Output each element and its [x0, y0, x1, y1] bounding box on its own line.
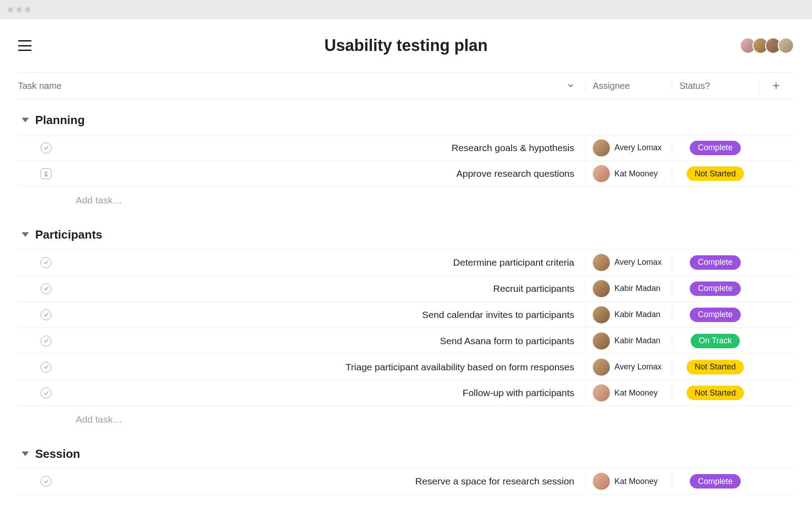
check-circle-icon[interactable]	[41, 362, 51, 373]
status-badge: Complete	[690, 281, 741, 296]
task-row[interactable]: Approve research questionsKat MooneyNot …	[18, 161, 794, 187]
task-title: Approve research questions	[457, 168, 575, 179]
add-task-button[interactable]: Add task…	[18, 406, 794, 433]
task-cell-status[interactable]: Complete	[672, 281, 758, 296]
task-cell-name[interactable]: Send calendar invites to participants	[18, 309, 585, 320]
hamburger-menu-icon[interactable]	[18, 40, 32, 51]
task-cell-name[interactable]: Follow-up with participants	[18, 387, 585, 398]
disclosure-triangle-icon[interactable]	[22, 118, 29, 122]
task-cell-assignee[interactable]: Kat Mooney	[585, 165, 672, 182]
topbar: Usability testing plan	[0, 19, 812, 72]
svg-point-0	[45, 171, 47, 173]
check-circle-icon[interactable]	[41, 387, 51, 398]
disclosure-triangle-icon[interactable]	[22, 232, 29, 237]
task-cell-name[interactable]: Research goals & hypothesis	[18, 143, 585, 153]
section-header[interactable]: Planning	[18, 99, 794, 134]
column-header-status-label: Status?	[679, 81, 710, 91]
task-row[interactable]: Send calendar invites to participantsKab…	[18, 301, 794, 327]
collaborator-avatars[interactable]	[743, 37, 794, 54]
assignee-name: Kabir Madan	[614, 336, 660, 346]
task-cell-assignee[interactable]: Avery Lomax	[585, 139, 672, 157]
task-cell-name[interactable]: Reserve a space for research session	[18, 476, 585, 487]
column-header-assignee[interactable]: Assignee	[585, 81, 672, 91]
disclosure-triangle-icon[interactable]	[22, 452, 29, 456]
task-cell-status[interactable]: On Track	[672, 334, 758, 348]
column-header-task-label: Task name	[18, 81, 62, 91]
task-cell-status[interactable]: Not Started	[672, 360, 758, 374]
section-title: Planning	[35, 113, 85, 127]
page-title: Usability testing plan	[0, 36, 812, 55]
collaborator-avatar[interactable]	[778, 37, 794, 54]
check-circle-icon[interactable]	[41, 257, 51, 268]
add-task-button[interactable]: Add task…	[18, 187, 794, 214]
assignee-name: Kat Mooney	[614, 477, 658, 486]
status-badge: Complete	[690, 308, 741, 322]
task-cell-status[interactable]: Not Started	[672, 166, 758, 181]
check-circle-icon[interactable]	[41, 283, 51, 294]
approval-stamp-icon[interactable]	[41, 168, 51, 179]
status-badge: Not Started	[687, 166, 744, 181]
assignee-avatar	[593, 254, 610, 271]
task-cell-status[interactable]: Complete	[672, 308, 758, 322]
assignee-name: Kat Mooney	[614, 388, 658, 398]
task-cell-assignee[interactable]: Kat Mooney	[585, 384, 672, 401]
task-cell-assignee[interactable]: Kabir Madan	[585, 306, 672, 323]
status-badge: On Track	[691, 334, 740, 348]
status-badge: Not Started	[687, 386, 744, 400]
chevron-down-icon[interactable]	[567, 81, 574, 91]
status-badge: Complete	[690, 474, 741, 489]
task-cell-assignee[interactable]: Kabir Madan	[585, 280, 672, 297]
check-circle-icon[interactable]	[41, 309, 51, 320]
section-header[interactable]: Participants	[18, 214, 794, 249]
assignee-name: Kabir Madan	[614, 310, 660, 319]
task-cell-assignee[interactable]: Avery Lomax	[585, 254, 672, 271]
add-column-button[interactable]: +	[758, 78, 794, 93]
assignee-avatar	[593, 165, 610, 182]
task-cell-status[interactable]: Complete	[672, 255, 758, 270]
task-cell-name[interactable]: Send Asana form to participants	[18, 336, 585, 346]
column-header-row: Task name Assignee Status? +	[18, 72, 794, 99]
section-title: Participants	[35, 228, 102, 242]
assignee-name: Avery Lomax	[614, 362, 662, 372]
column-header-status[interactable]: Status?	[672, 81, 758, 91]
task-cell-status[interactable]: Complete	[672, 141, 758, 155]
traffic-light-minimize[interactable]	[17, 7, 22, 12]
assignee-name: Avery Lomax	[614, 258, 662, 267]
task-cell-assignee[interactable]: Kat Mooney	[585, 473, 672, 490]
column-header-assignee-label: Assignee	[593, 81, 630, 91]
assignee-avatar	[593, 139, 610, 157]
task-cell-name[interactable]: Determine participant criteria	[18, 257, 585, 268]
task-row[interactable]: Recruit participantsKabir MadanComplete	[18, 275, 794, 301]
task-row[interactable]: Follow-up with participantsKat MooneyNot…	[18, 380, 794, 406]
task-row[interactable]: Triage participant availability based on…	[18, 354, 794, 380]
assignee-name: Kabir Madan	[614, 284, 660, 293]
check-circle-icon[interactable]	[41, 476, 51, 487]
traffic-light-zoom[interactable]	[25, 7, 30, 12]
task-title: Reserve a space for research session	[415, 476, 575, 487]
assignee-avatar	[593, 306, 610, 323]
task-title: Send Asana form to participants	[440, 336, 574, 346]
window-chrome	[0, 0, 812, 19]
task-cell-status[interactable]: Not Started	[672, 386, 758, 400]
task-cell-name[interactable]: Recruit participants	[18, 283, 585, 294]
traffic-light-close[interactable]	[8, 7, 13, 12]
task-row[interactable]: Reserve a space for research sessionKat …	[18, 468, 794, 494]
check-circle-icon[interactable]	[41, 143, 51, 153]
status-badge: Not Started	[687, 360, 744, 374]
task-title: Follow-up with participants	[463, 387, 574, 398]
column-header-task[interactable]: Task name	[18, 81, 585, 91]
task-row[interactable]: Research goals & hypothesisAvery LomaxCo…	[18, 134, 794, 161]
section-title: Session	[35, 447, 80, 461]
section-header[interactable]: Session	[18, 433, 794, 468]
check-circle-icon[interactable]	[41, 336, 51, 346]
add-task-label: Add task…	[76, 414, 122, 425]
task-cell-name[interactable]: Approve research questions	[18, 168, 585, 179]
task-title: Send calendar invites to participants	[422, 309, 574, 320]
task-row[interactable]: Determine participant criteriaAvery Loma…	[18, 249, 794, 275]
task-cell-status[interactable]: Complete	[672, 474, 758, 489]
assignee-avatar	[593, 473, 610, 490]
task-row[interactable]: Send Asana form to participantsKabir Mad…	[18, 327, 794, 354]
task-cell-assignee[interactable]: Kabir Madan	[585, 332, 672, 350]
task-cell-assignee[interactable]: Avery Lomax	[585, 359, 672, 376]
task-cell-name[interactable]: Triage participant availability based on…	[18, 362, 585, 373]
